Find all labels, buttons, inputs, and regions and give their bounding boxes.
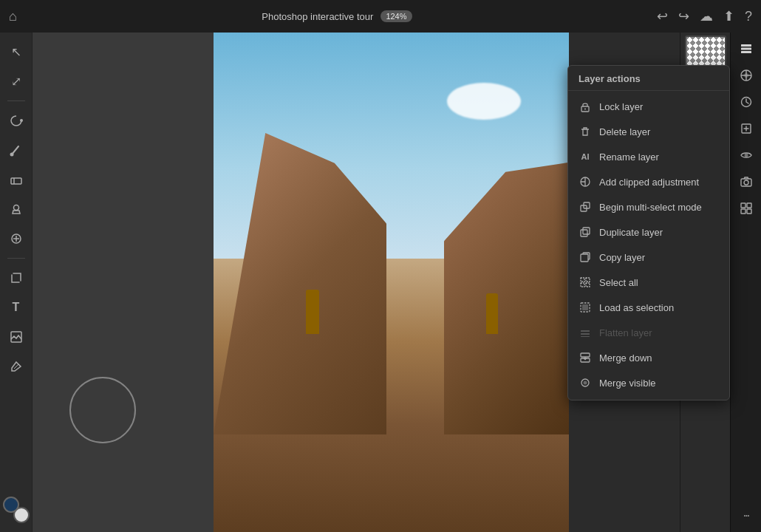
clip-adj-icon [579,175,592,188]
duplicate-layer-item[interactable]: Duplicate layer [568,219,729,245]
crop-tool[interactable] [3,265,30,291]
merge-visible-item[interactable]: Merge visible [568,370,729,395]
zoom-badge[interactable]: 124% [380,10,412,22]
svg-rect-29 [741,51,751,53]
undo-icon[interactable]: ↩ [657,8,668,24]
visibility-icon[interactable] [734,143,758,167]
load-selection-item[interactable]: Load as selection [568,295,729,320]
delete-icon [579,125,592,138]
duplicate-icon [579,225,592,239]
main-area: ↖ ⤢ [0,33,761,532]
load-selection-icon [579,301,592,314]
brush-tool[interactable] [3,137,30,163]
cloud-icon[interactable]: ☁ [700,8,713,24]
multi-select-icon [579,200,592,214]
delete-layer-item[interactable]: Delete layer [568,119,729,144]
flatten-layer-label: Flatten layer [599,327,652,338]
select-all-icon [579,276,592,289]
copy-layer-item[interactable]: Copy layer [568,245,729,270]
flatten-layer-item: Flatten layer [568,320,729,345]
svg-point-31 [744,73,748,78]
svg-point-0 [20,119,23,122]
rename-icon: AI [579,150,592,163]
svg-rect-13 [581,254,588,262]
top-bar-right: ↩ ↪ ☁ ⬆ ? [657,8,752,24]
svg-rect-19 [582,304,588,310]
merge-down-item[interactable]: Merge down [568,345,729,370]
person-right [486,293,498,334]
select-tool[interactable]: ↖ [3,38,30,65]
svg-point-34 [744,154,748,157]
eraser-tool[interactable] [3,166,30,193]
svg-rect-12 [583,228,590,234]
top-bar-left: ⌂ [9,9,17,24]
transform-tool[interactable]: ⤢ [3,68,30,95]
svg-rect-16 [586,278,590,282]
redo-icon[interactable]: ↪ [678,8,689,24]
rename-layer-item[interactable]: AI Rename layer [568,144,729,169]
fg-color-swatch[interactable] [3,497,19,513]
svg-point-7 [584,109,586,110]
healing-tool[interactable] [3,225,30,252]
pen-tool[interactable] [3,353,30,380]
layer-actions-title: Layer actions [568,70,729,91]
lock-icon [579,100,592,113]
rename-layer-label: Rename layer [599,151,659,163]
flatten-icon [579,326,592,339]
duplicate-layer-label: Duplicate layer [599,227,663,238]
copy-layer-label: Copy layer [599,252,645,263]
svg-rect-11 [581,230,587,236]
right-side-panel: Layer actions Lock layer Dele [569,33,761,532]
svg-point-26 [584,381,587,385]
load-selection-label: Load as selection [599,302,674,313]
image-tool[interactable] [3,324,30,350]
svg-rect-2 [11,178,21,184]
lasso-tool[interactable] [3,107,30,134]
right-icon-bar: ··· [730,33,761,532]
svg-rect-28 [741,48,751,50]
delete-layer-label: Delete layer [599,126,650,137]
top-bar-center: Photoshop interactive tour 124% [262,10,412,22]
copy-icon [579,250,592,264]
type-tool[interactable]: T [3,294,30,321]
svg-rect-15 [581,283,584,287]
share-icon[interactable]: ⬆ [723,8,734,24]
adjustments-icon[interactable] [734,64,758,87]
svg-rect-37 [741,203,745,208]
canvas-area[interactable] [33,33,569,532]
tool-divider-2 [7,258,25,259]
history-icon[interactable] [734,90,758,114]
select-all-item[interactable]: Select all [568,270,729,295]
merge-down-icon [579,351,592,364]
svg-rect-39 [741,209,745,214]
svg-point-36 [744,180,748,185]
tool-divider-1 [7,100,25,101]
add-layer-icon[interactable] [734,117,758,140]
multi-select-item[interactable]: Begin multi-select mode [568,194,729,219]
trim-icon[interactable] [734,197,758,220]
svg-point-1 [10,153,13,157]
left-toolbar: ↖ ⤢ [0,33,33,532]
more-icon[interactable]: ··· [734,504,758,528]
svg-rect-38 [747,203,751,208]
stamp-tool[interactable] [3,196,30,222]
lock-layer-label: Lock layer [599,101,643,112]
svg-point-3 [13,205,18,211]
color-swatches[interactable] [3,497,30,523]
merge-visible-label: Merge visible [599,378,656,389]
help-icon[interactable]: ? [745,9,752,24]
lock-layer-item[interactable]: Lock layer [568,94,729,119]
cloud-small [447,83,521,120]
clip-adj-item[interactable]: Add clipped adjustment [568,169,729,194]
brush-circle-cursor [69,377,136,443]
svg-rect-20 [581,330,590,332]
svg-rect-40 [747,209,751,214]
home-icon[interactable]: ⌂ [9,9,17,24]
layers-panel-icon[interactable] [734,37,758,61]
top-bar: ⌂ Photoshop interactive tour 124% ↩ ↪ ☁ … [0,0,761,33]
svg-rect-27 [741,44,751,47]
camera-icon[interactable] [734,170,758,194]
svg-rect-22 [581,336,590,337]
multi-select-label: Begin multi-select mode [599,202,702,213]
svg-rect-17 [586,283,590,287]
